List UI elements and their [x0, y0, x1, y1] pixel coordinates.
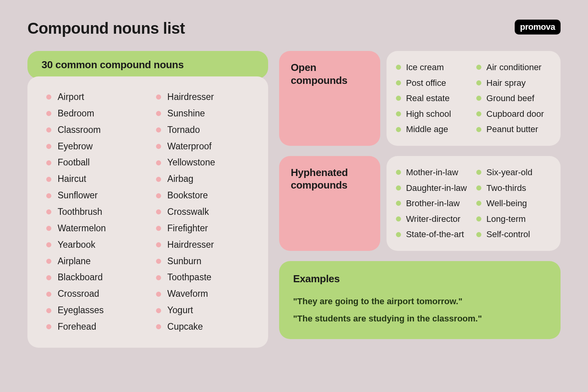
- list-item: Crosswalk: [156, 204, 253, 220]
- list-item-text: Self-control: [486, 227, 530, 242]
- bullet-icon: [476, 170, 481, 175]
- bullet-icon: [156, 127, 161, 132]
- brand-logo: promova: [515, 20, 561, 34]
- list-item-text: Crosswalk: [167, 204, 209, 220]
- bullet-icon: [46, 94, 51, 100]
- list-item: Bookstore: [156, 187, 253, 204]
- open-compounds-content: Ice creamPost officeReal estateHigh scho…: [387, 51, 561, 146]
- example-sentence: "The students are studying in the classr…: [293, 310, 546, 327]
- list-item-text: Two-thirds: [486, 180, 526, 196]
- list-item-text: Airport: [58, 89, 84, 105]
- page-header: Compound nouns list promova: [27, 20, 561, 37]
- list-item: Waterproof: [156, 138, 253, 155]
- list-item: Firefighter: [156, 220, 253, 237]
- list-item: Long-term: [476, 211, 551, 227]
- open-compounds-row: Open compounds Ice creamPost officeReal …: [279, 51, 561, 146]
- bullet-icon: [46, 193, 51, 198]
- list-item: Toothbrush: [46, 204, 143, 220]
- list-item: Writer-director: [396, 211, 471, 227]
- list-item-text: Sunburn: [167, 253, 201, 270]
- list-item-text: Toothbrush: [58, 204, 102, 220]
- list-item-text: Hairdresser: [167, 237, 214, 253]
- list-item: Eyeglasses: [46, 302, 143, 319]
- bullet-icon: [476, 80, 481, 85]
- bullet-icon: [46, 111, 51, 116]
- bullet-icon: [46, 160, 51, 165]
- bullet-icon: [476, 201, 481, 206]
- bullet-icon: [46, 259, 51, 264]
- list-item: Cupcake: [156, 319, 253, 335]
- hyph-col-1: Mother-in-lawDaughter-in-lawBrother-in-l…: [396, 165, 471, 242]
- list-item-text: Middle age: [406, 122, 448, 137]
- bullet-icon: [476, 127, 481, 132]
- list-item: Cupboard door: [476, 106, 551, 122]
- list-item-text: Waterproof: [167, 138, 212, 155]
- bullet-icon: [396, 127, 401, 132]
- bullet-icon: [476, 185, 481, 191]
- list-item: Bedroom: [46, 105, 143, 122]
- list-item-text: Writer-director: [406, 211, 461, 227]
- bullet-icon: [46, 144, 51, 149]
- open-col-1: Ice creamPost officeReal estateHigh scho…: [396, 60, 471, 137]
- bullet-icon: [476, 65, 481, 70]
- bullet-icon: [396, 96, 401, 101]
- bullet-icon: [156, 275, 161, 280]
- hyphenated-compounds-content: Mother-in-lawDaughter-in-lawBrother-in-l…: [387, 156, 561, 251]
- main-list-col-2: HairdresserSunshineTornadoWaterproofYell…: [156, 89, 253, 335]
- list-item: Toothpaste: [156, 269, 253, 286]
- bullet-icon: [396, 80, 401, 85]
- bullet-icon: [46, 308, 51, 313]
- list-item-text: Hairdresser: [167, 89, 214, 105]
- list-item-text: Eyeglasses: [58, 302, 104, 319]
- list-item: Post office: [396, 75, 471, 91]
- examples-list: "They are going to the airport tomorrow.…: [293, 293, 546, 327]
- bullet-icon: [46, 177, 51, 182]
- list-item-text: Crossroad: [58, 286, 99, 302]
- main-section-heading: 30 common compound nouns: [27, 51, 268, 79]
- bullet-icon: [46, 242, 51, 247]
- bullet-icon: [396, 216, 401, 221]
- list-item: Ground beef: [476, 91, 551, 106]
- list-item: Sunshine: [156, 105, 253, 122]
- bullet-icon: [396, 111, 401, 116]
- bullet-icon: [156, 209, 161, 214]
- list-item: Air conditioner: [476, 60, 551, 75]
- list-item-text: Sunflower: [58, 187, 98, 204]
- list-item-text: Real estate: [406, 91, 450, 106]
- list-item-text: Classroom: [58, 122, 101, 138]
- bullet-icon: [156, 160, 161, 165]
- list-item: Hair spray: [476, 75, 551, 91]
- list-item: Sunburn: [156, 253, 253, 270]
- list-item-text: Daughter-in-law: [406, 180, 467, 196]
- list-item-text: Hair spray: [486, 75, 526, 91]
- examples-card: Examples "They are going to the airport …: [279, 261, 561, 339]
- list-item-text: Yellowstone: [167, 154, 215, 171]
- list-item: Middle age: [396, 122, 471, 137]
- hyphenated-compounds-label: Hyphenated compounds: [279, 156, 380, 251]
- main-list-card: AirportBedroomClassroomEyebrowFootballHa…: [27, 76, 268, 348]
- list-item: Brother-in-law: [396, 196, 471, 211]
- bullet-icon: [396, 232, 401, 237]
- bullet-icon: [156, 177, 161, 182]
- list-item-text: Firefighter: [167, 220, 208, 237]
- list-item: Sunflower: [46, 187, 143, 204]
- list-item: Forehead: [46, 319, 143, 335]
- list-item: Airplane: [46, 253, 143, 270]
- bullet-icon: [396, 170, 401, 175]
- bullet-icon: [156, 226, 161, 231]
- list-item: High school: [396, 106, 471, 122]
- list-item: Hairdresser: [156, 89, 253, 105]
- list-item-text: High school: [406, 106, 451, 122]
- list-item: Classroom: [46, 122, 143, 138]
- list-item-text: Air conditioner: [486, 60, 542, 75]
- bullet-icon: [46, 275, 51, 280]
- list-item-text: Eyebrow: [58, 138, 93, 155]
- list-item: State-of-the-art: [396, 227, 471, 242]
- bullet-icon: [46, 324, 51, 329]
- list-item-text: Blackboard: [58, 269, 103, 286]
- list-item: Tornado: [156, 122, 253, 138]
- list-item-text: Bedroom: [58, 105, 94, 122]
- list-item-text: Mother-in-law: [406, 165, 458, 180]
- list-item-text: Ice cream: [406, 60, 444, 75]
- main-list-col-1: AirportBedroomClassroomEyebrowFootballHa…: [46, 89, 143, 335]
